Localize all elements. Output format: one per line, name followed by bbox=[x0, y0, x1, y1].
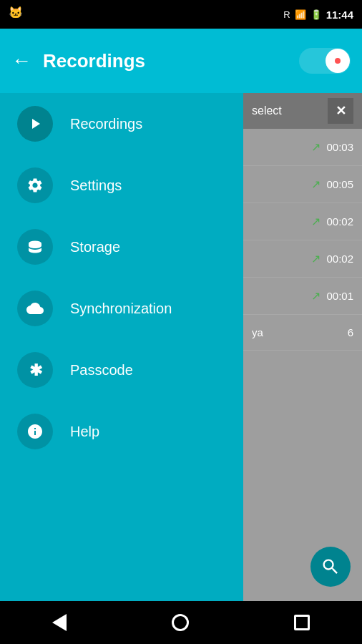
sidebar-item-passcode-label: Passcode bbox=[70, 362, 133, 379]
app-title: Recordings bbox=[43, 50, 288, 72]
outgoing-arrow-icon: ↗ bbox=[311, 140, 321, 154]
svg-marker-0 bbox=[32, 119, 40, 129]
sidebar-item-synchronization[interactable]: Synchronization bbox=[0, 278, 243, 339]
outgoing-arrow-icon: ↗ bbox=[311, 215, 321, 228]
recents-square-icon bbox=[294, 615, 310, 630]
sidebar: Recordings Settings Storage bbox=[0, 93, 243, 601]
outgoing-arrow-icon: ↗ bbox=[311, 252, 321, 265]
network-icon: 📶 bbox=[295, 9, 306, 20]
recents-nav-button[interactable] bbox=[294, 615, 310, 630]
sidebar-item-recordings-label: Recordings bbox=[70, 116, 142, 132]
duration-text: 00:01 bbox=[326, 290, 353, 302]
play-icon bbox=[26, 115, 44, 132]
sidebar-item-synchronization-label: Synchronization bbox=[70, 301, 172, 317]
list-item: ↗ 00:03 bbox=[243, 129, 362, 166]
select-label: select bbox=[252, 104, 282, 117]
list-item: ↗ 00:01 bbox=[243, 278, 362, 315]
list-item: ↗ 00:05 bbox=[243, 166, 362, 203]
status-time: 11:44 bbox=[326, 9, 353, 21]
bottom-bar bbox=[0, 601, 362, 644]
sync-icon-circle bbox=[17, 291, 53, 326]
outgoing-arrow-icon: ↗ bbox=[311, 177, 321, 191]
toggle-knob bbox=[326, 49, 350, 73]
sidebar-item-help[interactable]: Help bbox=[0, 401, 243, 462]
cat-icon: 🐱 bbox=[9, 6, 23, 19]
sidebar-item-passcode[interactable]: ✱ Passcode bbox=[0, 339, 243, 401]
sidebar-item-settings-label: Settings bbox=[70, 177, 122, 194]
select-bar: select ✕ bbox=[243, 93, 362, 129]
gear-icon bbox=[26, 177, 44, 194]
outgoing-arrow-icon: ↗ bbox=[311, 289, 321, 303]
battery-icon: 🔋 bbox=[310, 9, 322, 20]
svg-text:✱: ✱ bbox=[29, 361, 43, 379]
duration-text: 6 bbox=[348, 326, 353, 338]
status-bar: 🐱 R 📶 🔋 11:44 bbox=[0, 0, 362, 29]
settings-icon-circle bbox=[17, 167, 53, 203]
home-nav-button[interactable] bbox=[172, 614, 189, 631]
toggle-dot bbox=[335, 58, 341, 64]
duration-text: 00:02 bbox=[326, 253, 353, 265]
help-icon-circle bbox=[17, 414, 53, 449]
back-nav-button[interactable] bbox=[52, 614, 67, 631]
recordings-icon-circle bbox=[17, 106, 53, 142]
content-panel: select ✕ ↗ 00:03 ↗ 00:05 ↗ 00:02 ↗ 00:02… bbox=[243, 93, 362, 601]
duration-text: 00:05 bbox=[326, 178, 353, 190]
sidebar-item-settings[interactable]: Settings bbox=[0, 155, 243, 216]
cloud-icon bbox=[26, 300, 44, 317]
storage-icon-circle bbox=[17, 229, 53, 265]
storage-icon bbox=[26, 238, 44, 255]
recording-toggle[interactable] bbox=[299, 48, 351, 74]
list-item: ya 6 bbox=[243, 315, 362, 351]
list-item: ↗ 00:02 bbox=[243, 203, 362, 240]
sidebar-item-storage[interactable]: Storage bbox=[0, 216, 243, 278]
asterisk-icon: ✱ bbox=[26, 361, 44, 379]
app-bar: ← Recordings bbox=[0, 29, 362, 93]
sidebar-item-help-label: Help bbox=[70, 424, 99, 440]
back-button[interactable]: ← bbox=[11, 49, 31, 72]
info-icon bbox=[26, 423, 44, 440]
close-button[interactable]: ✕ bbox=[328, 98, 353, 124]
list-item: ↗ 00:02 bbox=[243, 240, 362, 278]
search-icon bbox=[321, 557, 341, 577]
main-content: Recordings Settings Storage bbox=[0, 93, 362, 601]
search-fab[interactable] bbox=[310, 547, 351, 587]
back-triangle-icon bbox=[52, 614, 67, 631]
sidebar-item-storage-label: Storage bbox=[70, 239, 120, 255]
duration-text: 00:02 bbox=[326, 215, 353, 228]
passcode-icon-circle: ✱ bbox=[17, 352, 53, 388]
duration-text: 00:03 bbox=[326, 141, 353, 153]
signal-icon: R bbox=[283, 9, 290, 20]
home-circle-icon bbox=[172, 614, 189, 631]
partial-name-text: ya bbox=[252, 326, 263, 338]
sidebar-item-recordings[interactable]: Recordings bbox=[0, 93, 243, 155]
